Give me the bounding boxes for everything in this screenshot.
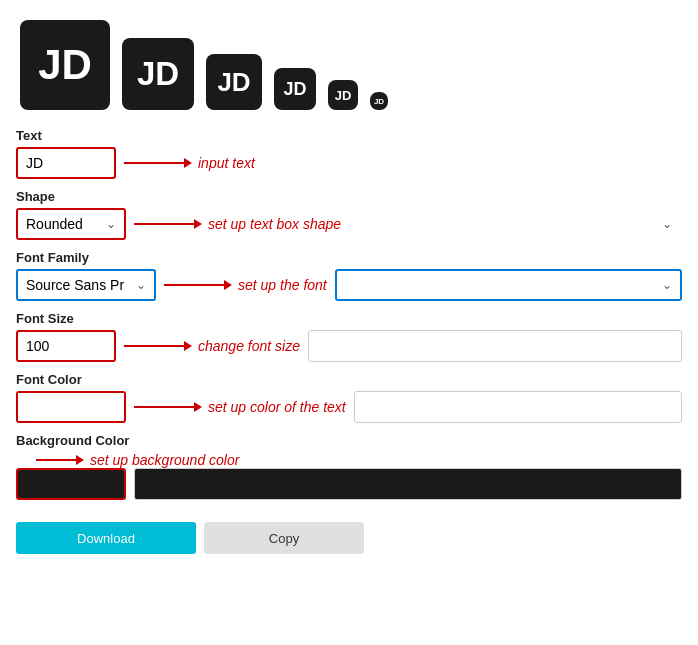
form-area: Text input text Shape Rounded Square Cir…: [16, 128, 682, 510]
font-color-field-group: Font Color set up color of the text: [16, 372, 682, 423]
avatar-xs: JD: [328, 80, 358, 110]
font-color-arrow-shaft: [134, 406, 194, 408]
font-size-input[interactable]: [16, 330, 116, 362]
font-size-annotation-text: change font size: [198, 338, 300, 354]
font-family-field-group: Font Family Source Sans Pro Arial Roboto…: [16, 250, 682, 301]
bg-color-swatch[interactable]: [16, 468, 126, 500]
shape-chevron-right-icon: ⌄: [662, 217, 672, 231]
font-color-field-row: set up color of the text: [16, 391, 682, 423]
bg-color-input-row: [16, 468, 682, 500]
font-color-annotation-text: set up color of the text: [208, 399, 346, 415]
shape-annotation-text: set up text box shape: [208, 216, 341, 232]
arrow-shaft: [124, 162, 184, 164]
avatar-lg: JD: [122, 38, 194, 110]
avatar-xl: JD: [20, 20, 110, 110]
avatar-sm: JD: [274, 68, 316, 110]
shape-field-row: Rounded Square Circle ⌄ set up text box …: [16, 208, 682, 240]
bg-color-field-row: set up background color: [16, 452, 682, 468]
text-annotation: input text: [124, 155, 255, 171]
bottom-bar: Download Copy: [16, 522, 682, 554]
font-color-label: Font Color: [16, 372, 682, 387]
bg-color-label: Background Color: [16, 433, 682, 448]
shape-annotation: set up text box shape: [134, 216, 341, 232]
font-arrow-head: [224, 280, 232, 290]
text-input[interactable]: [16, 147, 116, 179]
font-color-annotation: set up color of the text: [134, 399, 346, 415]
bg-color-black: [18, 470, 124, 498]
shape-arrow-shaft: [134, 223, 194, 225]
font-color-bar: [354, 391, 682, 423]
text-arrow: [124, 158, 192, 168]
bg-color-bar: [134, 468, 682, 500]
font-color-arrow: [134, 402, 202, 412]
font-size-arrow: [124, 341, 192, 351]
shape-arrow: [134, 219, 202, 229]
arrow-head: [184, 158, 192, 168]
font-size-arrow-head: [184, 341, 192, 351]
font-size-arrow-shaft: [124, 345, 184, 347]
text-label: Text: [16, 128, 682, 143]
text-annotation-text: input text: [198, 155, 255, 171]
bg-color-field-group: Background Color set up background color: [16, 433, 682, 500]
bg-color-annotation: set up background color: [36, 452, 239, 468]
font-size-annotation: change font size: [124, 338, 300, 354]
font-color-swatch[interactable]: [16, 391, 126, 423]
copy-button[interactable]: Copy: [204, 522, 364, 554]
font-size-field-group: Font Size change font size: [16, 311, 682, 362]
bg-color-arrow: [36, 455, 84, 465]
font-family-annotation: set up the font: [164, 277, 327, 293]
shape-select[interactable]: Rounded Square Circle: [16, 208, 126, 240]
bg-color-annotation-text: set up background color: [90, 452, 239, 468]
bg-color-arrow-shaft: [36, 459, 76, 461]
font-family-select[interactable]: Source Sans Pro Arial Roboto Open Sans L…: [16, 269, 156, 301]
shape-label: Shape: [16, 189, 682, 204]
avatar-md: JD: [206, 54, 262, 110]
font-family-field-row: Source Sans Pro Arial Roboto Open Sans L…: [16, 269, 682, 301]
download-button[interactable]: Download: [16, 522, 196, 554]
font-annotation-text: set up the font: [238, 277, 327, 293]
font-color-arrow-head: [194, 402, 202, 412]
font-color-white: [18, 393, 124, 421]
preview-row: JD JD JD JD JD JD: [16, 10, 682, 128]
text-field-row: input text: [16, 147, 682, 179]
shape-arrow-head: [194, 219, 202, 229]
shape-field-group: Shape Rounded Square Circle ⌄ set up tex…: [16, 189, 682, 240]
text-field-group: Text input text: [16, 128, 682, 179]
avatar-xxs: JD: [370, 92, 388, 110]
font-size-label: Font Size: [16, 311, 682, 326]
font-size-field-row: change font size: [16, 330, 682, 362]
font-arrow-shaft: [164, 284, 224, 286]
font-family-label: Font Family: [16, 250, 682, 265]
bg-color-arrow-head: [76, 455, 84, 465]
font-arrow: [164, 280, 232, 290]
